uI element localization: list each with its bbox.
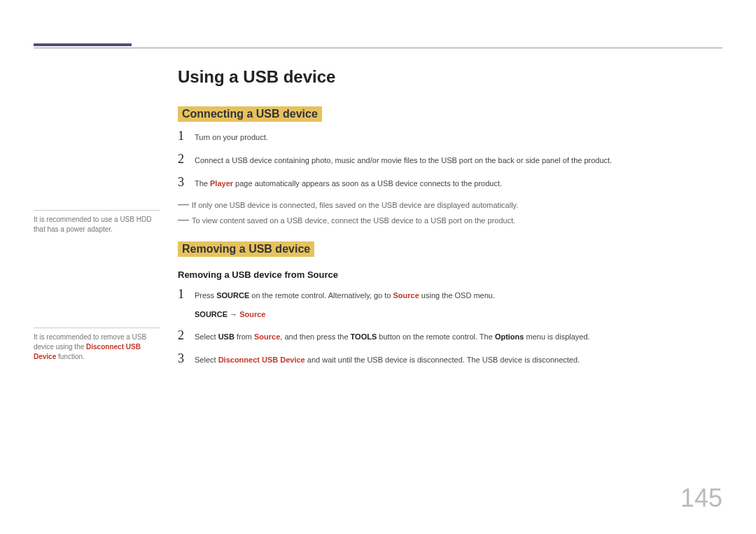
step-row: 2Select USB from Source, and then press … — [178, 328, 722, 343]
step-text: Press SOURCE on the remote control. Alte… — [195, 290, 495, 302]
step-number: 1 — [178, 129, 195, 143]
step-row: 1Turn on your product. — [178, 129, 722, 143]
step-number: 3 — [178, 351, 195, 366]
step-row: 1Press SOURCE on the remote control. Alt… — [178, 287, 722, 302]
step-number: 2 — [178, 152, 195, 167]
note-dash-icon: ― — [178, 198, 192, 211]
side-note-hdd: It is recommended to use a USB HDD that … — [34, 210, 160, 234]
section-heading-removing: Removing a USB device — [178, 241, 314, 257]
step-text: The Player page automatically appears as… — [195, 178, 502, 190]
note-dash-icon: ― — [178, 213, 192, 226]
note-text: If only one USB device is connected, fil… — [192, 201, 518, 209]
note-row: ―If only one USB device is connected, fi… — [178, 198, 722, 211]
header-rule — [34, 48, 722, 48]
step-number: 2 — [178, 328, 195, 343]
step-number: 1 — [178, 287, 195, 302]
page-title: Using a USB device — [178, 67, 722, 87]
step-text: Select USB from Source, and then press t… — [195, 331, 590, 343]
step-text: Connect a USB device containing photo, m… — [195, 155, 612, 167]
step-row: 3Select Disconnect USB Device and wait u… — [178, 351, 722, 366]
header-accent-bar — [34, 43, 132, 46]
page-number: 145 — [680, 484, 722, 513]
main-content: Using a USB device Connecting a USB devi… — [178, 67, 722, 374]
menu-path: SOURCE → Source — [195, 310, 722, 318]
step-number: 3 — [178, 175, 195, 190]
step-text: Select Disconnect USB Device and wait un… — [195, 354, 580, 366]
side-note-disconnect: It is recommended to remove a USB device… — [34, 328, 160, 362]
step-row: 3The Player page automatically appears a… — [178, 175, 722, 190]
step-row: 2Connect a USB device containing photo, … — [178, 152, 722, 167]
step-text: Turn on your product. — [195, 132, 268, 143]
subheading-removing-from-source: Removing a USB device from Source — [178, 269, 722, 280]
note-row: ―To view content saved on a USB device, … — [178, 213, 722, 226]
note-text: To view content saved on a USB device, c… — [192, 216, 515, 225]
section-heading-connecting: Connecting a USB device — [178, 106, 322, 122]
